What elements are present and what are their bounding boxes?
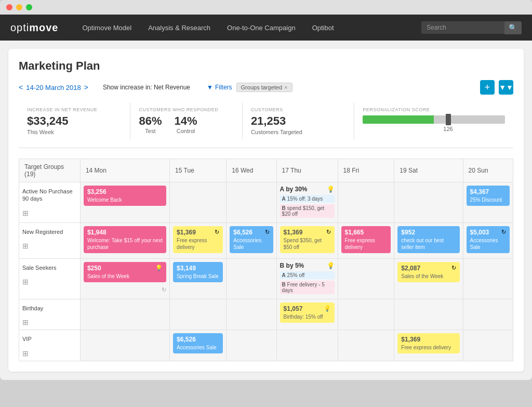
campaign-desc: Accessories Sale [233, 237, 269, 251]
calendar-cell[interactable]: ↻ $5,003 Accessories Sale [463, 223, 513, 259]
prev-date-arrow[interactable]: < [19, 83, 23, 91]
calendar-cell[interactable]: $3,256 Welcome Back [80, 182, 169, 223]
stat-net-revenue: INCREASE IN NET REVENUE $33,245 This Wee… [19, 103, 130, 139]
calendar-cell[interactable]: ↻ $2,087 Sales of the Week [394, 259, 463, 299]
nav-analysis-research[interactable]: Analysis & Research [140, 15, 219, 41]
calendar-cell[interactable]: ↻ $6,526 Accessories Sale [227, 223, 276, 259]
calendar-cell[interactable] [227, 259, 276, 299]
nav-optibot[interactable]: Optibot [304, 15, 342, 41]
score-marker [446, 114, 451, 125]
calendar-cell[interactable] [463, 330, 513, 361]
campaign-amount: $1,665 [345, 229, 388, 236]
col-target-groups: Target Groups (19) [19, 159, 81, 182]
nav-optimove-model[interactable]: Optimove Model [74, 15, 140, 41]
calendar-cell[interactable]: $1,948 Welcome: Take $15 off your next p… [80, 223, 169, 259]
ab-label: B [282, 282, 286, 287]
calendar-cell[interactable] [227, 299, 276, 330]
maximize-btn[interactable] [26, 4, 32, 10]
campaign-desc: Sales of the Week [401, 273, 456, 280]
campaign-amount: $250 [87, 265, 163, 272]
campaign-pill[interactable]: ↻ $2,087 Sales of the Week [397, 262, 459, 282]
personalization-label: PERSONALIZATION SCORE [363, 107, 505, 112]
calendar-cell[interactable] [170, 299, 227, 330]
calendar-cell[interactable] [338, 259, 394, 299]
campaign-pill[interactable]: $4,367 25% Discount [467, 186, 510, 206]
search-button[interactable]: 🔍 [504, 21, 522, 34]
calendar-cell[interactable] [80, 330, 169, 361]
calendar-cell[interactable]: $1,665 Free express delivery [338, 223, 394, 259]
campaign-desc: Spend $350, get $50 off [284, 237, 331, 251]
calendar-cell[interactable] [338, 330, 394, 361]
calendar-cell[interactable] [338, 182, 394, 223]
campaign-pill[interactable]: $1,369 Free express delivery [397, 333, 459, 353]
customers-label: CUSTOMERS [251, 107, 345, 112]
campaign-pill[interactable]: 💡 $1,057 Birthday: 15% off [280, 303, 335, 323]
calendar-cell[interactable]: $4,367 25% Discount [463, 182, 513, 223]
show-increase-control: Show increase in: Net Revenue [103, 84, 190, 91]
responded-pair: 86% Test 14% Control [139, 114, 233, 134]
calendar-row: VIP⊞ $6,526 Accessories Sale $1,369 Free… [19, 330, 513, 361]
show-increase-value[interactable]: Net Revenue [154, 84, 190, 91]
campaign-pill[interactable]: ↻ $1,369 Free express delivery [173, 226, 223, 253]
calendar-cell[interactable]: $3,149 Spring Break Sale [170, 259, 227, 299]
calendar-cell[interactable] [463, 299, 513, 330]
target-group-name: New Registered [22, 226, 77, 238]
campaign-desc: Accessories Sale [177, 344, 219, 351]
target-group-cell: VIP⊞ [19, 330, 81, 361]
calendar-cell[interactable]: ↻ $1,369 Spend $350, get $50 off [276, 223, 338, 259]
campaign-pill[interactable]: ↻ $5,003 Accessories Sale [467, 226, 510, 253]
campaign-pill[interactable]: $952 check out our best seller item [397, 226, 459, 253]
calendar-cell[interactable]: B by 5% 💡 A 25% off B Free delivery - 5 … [276, 259, 338, 299]
calendar-cell[interactable]: A by 30% 💡 A 15% off: 3 days B spend $15… [276, 182, 338, 223]
calendar-cell[interactable]: $6,526 Accessories Sale [170, 330, 227, 361]
campaign-amount: $1,369 [177, 229, 219, 236]
filters-button[interactable]: ▼ Filters [207, 84, 232, 91]
add-button[interactable]: + [480, 80, 495, 95]
campaign-amount: $2,087 [401, 265, 456, 272]
test-label: Test [139, 128, 162, 134]
calendar-cell[interactable] [338, 299, 394, 330]
calendar-cell[interactable] [227, 330, 276, 361]
col-fri: 18 Fri [338, 159, 394, 182]
calendar-cell[interactable] [463, 259, 513, 299]
stats-bar: INCREASE IN NET REVENUE $33,245 This Wee… [19, 103, 513, 148]
calendar-cell[interactable]: 💡 $250 Sales of the Week ↻ [80, 259, 169, 299]
navbar: optimove Optimove Model Analysis & Resea… [0, 15, 532, 41]
close-btn[interactable] [6, 4, 12, 10]
campaign-pill[interactable]: $1,665 Free express delivery [341, 226, 391, 253]
search-input[interactable] [421, 21, 504, 34]
calendar-cell[interactable] [170, 182, 227, 223]
calendar-cell[interactable] [394, 182, 463, 223]
campaign-amount: $952 [401, 229, 456, 236]
calendar-cell[interactable] [80, 299, 169, 330]
expand-button[interactable]: ▼▼ [499, 80, 513, 95]
campaign-desc: Free express delivery [401, 344, 456, 351]
date-range: 14-20 March 2018 [26, 84, 81, 91]
campaign-pill[interactable]: 💡 $250 Sales of the Week [84, 262, 166, 282]
calendar-cell[interactable]: $952 check out our best seller item [394, 223, 463, 259]
campaign-desc: Welcome Back [87, 196, 163, 203]
campaign-desc: Free express delivery [177, 237, 219, 251]
filter-tag-close[interactable]: × [284, 84, 287, 90]
calendar-cell[interactable]: ↻ $1,369 Free express delivery [170, 223, 227, 259]
campaign-pill[interactable]: $1,948 Welcome: Take $15 off your next p… [84, 226, 166, 253]
campaign-amount: $1,948 [87, 229, 163, 236]
net-revenue-sub: This Week [27, 129, 122, 135]
filter-icon: ▼ [207, 84, 213, 91]
campaign-pill[interactable]: $3,256 Welcome Back [84, 186, 166, 206]
responded-label: CUSTOMERS WHO RESPONDED [139, 107, 233, 112]
campaign-pill[interactable]: $3,149 Spring Break Sale [173, 262, 223, 282]
customers-value: 21,253 [251, 114, 345, 128]
campaign-pill[interactable]: ↻ $1,369 Spend $350, get $50 off [280, 226, 335, 253]
minimize-btn[interactable] [16, 4, 22, 10]
calendar-cell[interactable] [227, 182, 276, 223]
campaign-pill[interactable]: ↻ $6,526 Accessories Sale [230, 226, 273, 253]
titlebar [0, 0, 532, 15]
campaign-pill[interactable]: $6,526 Accessories Sale [173, 333, 223, 353]
calendar-cell[interactable] [276, 330, 338, 361]
calendar-cell[interactable] [394, 299, 463, 330]
nav-one-to-one[interactable]: One-to-One Campaign [219, 15, 304, 41]
next-date-arrow[interactable]: > [84, 83, 88, 91]
calendar-cell[interactable]: $1,369 Free express delivery [394, 330, 463, 361]
calendar-cell[interactable]: 💡 $1,057 Birthday: 15% off [276, 299, 338, 330]
